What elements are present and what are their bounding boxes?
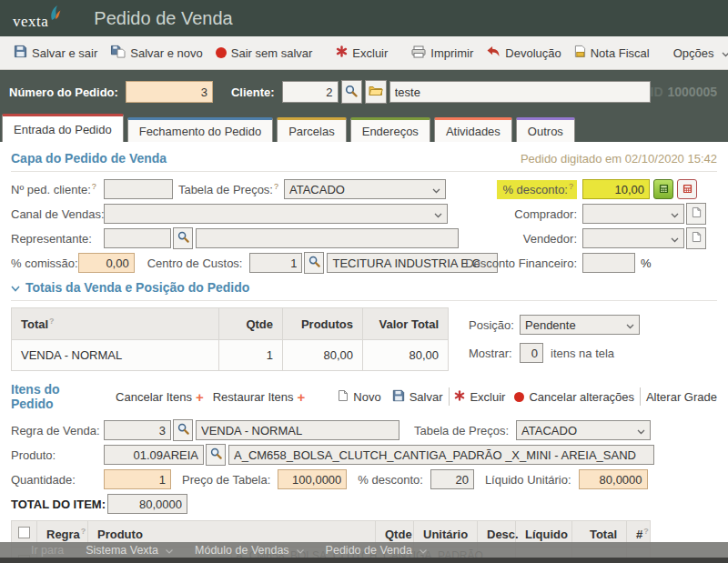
produto-search-button[interactable]: [206, 444, 226, 466]
save-icon: [392, 389, 405, 405]
preco-tabela-label: Preço de Tabela:: [182, 473, 270, 487]
mostrar-input[interactable]: [520, 343, 543, 363]
totais-section-title: Totais da Venda e Posição do Pedido: [11, 280, 249, 295]
tab-enderecos[interactable]: Endereços: [350, 117, 430, 142]
search-icon: [345, 85, 358, 100]
vendedor-label: Vendedor:: [464, 232, 577, 246]
centro-custos-code-input[interactable]: [249, 253, 302, 273]
print-button[interactable]: Imprimir: [405, 42, 480, 65]
order-number-label: Número do Pedido:: [9, 85, 118, 99]
toolbar-separator: [449, 387, 450, 406]
collapse-chevron-icon[interactable]: [11, 280, 20, 295]
new-item-button[interactable]: Novo: [338, 389, 380, 405]
total-valor-cell: 80,00: [363, 340, 449, 371]
save-item-label: Salvar: [410, 390, 443, 404]
toolbar: Salvar e sair Salvar e novo Sair sem sal…: [0, 36, 728, 70]
help-mark: ?: [643, 527, 649, 536]
desconto-input[interactable]: [582, 179, 650, 199]
representante-search-button[interactable]: [173, 227, 193, 249]
preco-tabela-input[interactable]: [278, 469, 347, 489]
tab-outros[interactable]: Outros: [516, 117, 575, 142]
alter-grid-button[interactable]: Alterar Grade: [646, 390, 717, 404]
select-all-checkbox[interactable]: [18, 527, 30, 538]
tab-content: Capa do Pedido de Venda Pedido digitado …: [0, 142, 728, 563]
regra-venda-label: Regra de Venda:: [11, 424, 104, 437]
red-circle-icon: [216, 47, 227, 58]
tab-entrada-do-pedido[interactable]: Entrada do Pedido: [2, 114, 124, 142]
search-icon: [177, 231, 189, 246]
logo-text: vexta: [13, 13, 48, 31]
vendedor-select[interactable]: [582, 228, 684, 248]
centro-custos-search-button[interactable]: [304, 252, 324, 274]
liquido-unitario-input[interactable]: [579, 469, 648, 489]
delete-item-label: Excluir: [470, 390, 505, 404]
col-qtde: Qtde: [219, 308, 283, 340]
cancel-items-link[interactable]: Cancelar Itens: [116, 390, 192, 404]
num-ped-cliente-input[interactable]: [104, 179, 173, 199]
apply-discount-button[interactable]: [653, 179, 673, 199]
restore-items-link[interactable]: Restaurar Itens: [213, 390, 294, 404]
app-header: vexta Pedido de Venda: [0, 0, 728, 36]
representante-code-input[interactable]: [104, 228, 171, 248]
posicao-select[interactable]: Pendente: [520, 315, 640, 335]
client-search-button[interactable]: [341, 80, 363, 104]
tab-parcelas[interactable]: Parcelas: [277, 117, 347, 142]
help-mark: ?: [49, 317, 55, 326]
save-and-exit-button[interactable]: Salvar e sair: [7, 41, 104, 65]
total-item-label: TOTAL DO ITEM:: [11, 498, 107, 511]
client-code-input[interactable]: [282, 81, 339, 103]
comprador-select[interactable]: [582, 204, 684, 224]
form-row: Mostrar: itens na tela: [469, 343, 640, 363]
invoice-button[interactable]: Nota Fiscal: [568, 41, 656, 65]
regra-venda-name-input[interactable]: [196, 420, 399, 440]
chevron-down-icon: [166, 544, 173, 557]
exit-without-save-button[interactable]: Sair sem salvar: [209, 43, 319, 64]
client-open-button[interactable]: [365, 80, 387, 104]
comissao-input[interactable]: [78, 253, 135, 273]
tabela-precos-label: Tabela de Preços:?: [173, 182, 278, 196]
total-item-input[interactable]: [107, 494, 187, 514]
item-tabela-precos-select[interactable]: ATACADO: [516, 420, 651, 440]
tab-label: Parcelas: [288, 125, 335, 138]
save-and-new-button[interactable]: Salvar e novo: [104, 41, 209, 65]
regra-venda-search-button[interactable]: [173, 419, 193, 441]
produto-name-input[interactable]: [228, 445, 654, 465]
tab-label: Entrada do Pedido: [14, 123, 112, 136]
client-name-input[interactable]: [389, 81, 651, 103]
clear-discount-button[interactable]: [677, 179, 697, 199]
posicao-label: Posição:: [469, 318, 520, 332]
regra-venda-code-input[interactable]: [104, 420, 171, 440]
delete-item-button[interactable]: Excluir: [454, 390, 505, 404]
return-button[interactable]: Devolução: [480, 42, 567, 64]
tabela-precos-select[interactable]: ATACADO: [284, 179, 446, 199]
order-number-input[interactable]: [126, 81, 213, 103]
nav-pedido-venda[interactable]: Pedido de Venda: [326, 544, 427, 557]
chevron-down-icon: [434, 207, 442, 221]
representante-name-input[interactable]: [196, 228, 459, 248]
produto-code-input[interactable]: [104, 445, 204, 465]
quantidade-input[interactable]: [104, 469, 171, 489]
delete-button[interactable]: Excluir: [329, 42, 394, 64]
vendedor-new-button[interactable]: [686, 227, 706, 249]
comprador-new-button[interactable]: [686, 203, 706, 225]
item-desconto-input[interactable]: [430, 469, 474, 489]
nav-modulo-vendas[interactable]: Módulo de Vendas: [195, 544, 304, 557]
tab-atividades[interactable]: Atividades: [434, 117, 512, 142]
totais-data-row[interactable]: VENDA - NORMAL 1 80,00 80,00: [12, 340, 449, 371]
help-mark: ?: [274, 182, 278, 191]
order-bar: Número do Pedido: Cliente: ID1000005: [0, 70, 728, 114]
cancel-changes-button[interactable]: Cancelar alterações: [514, 390, 634, 404]
go-to-label: Ir para: [31, 544, 64, 557]
save-and-new-label: Salvar e novo: [130, 46, 203, 60]
mostrar-label: Mostrar:: [469, 347, 520, 360]
desconto-financeiro-input[interactable]: [582, 253, 635, 273]
options-button[interactable]: Opções: [667, 43, 728, 64]
totais-header-row: Total? Qtde Produtos Valor Total: [12, 308, 449, 340]
canal-vendas-select[interactable]: [104, 204, 448, 224]
nav-sistema-vexta[interactable]: Sistema Vexta: [86, 544, 173, 557]
bottom-strip: [0, 558, 728, 563]
cancel-changes-label: Cancelar alterações: [529, 390, 634, 404]
save-item-button[interactable]: Salvar: [392, 389, 443, 405]
calculator-icon: [682, 183, 693, 196]
tab-fechamento-do-pedido[interactable]: Fechamento do Pedido: [127, 117, 273, 142]
